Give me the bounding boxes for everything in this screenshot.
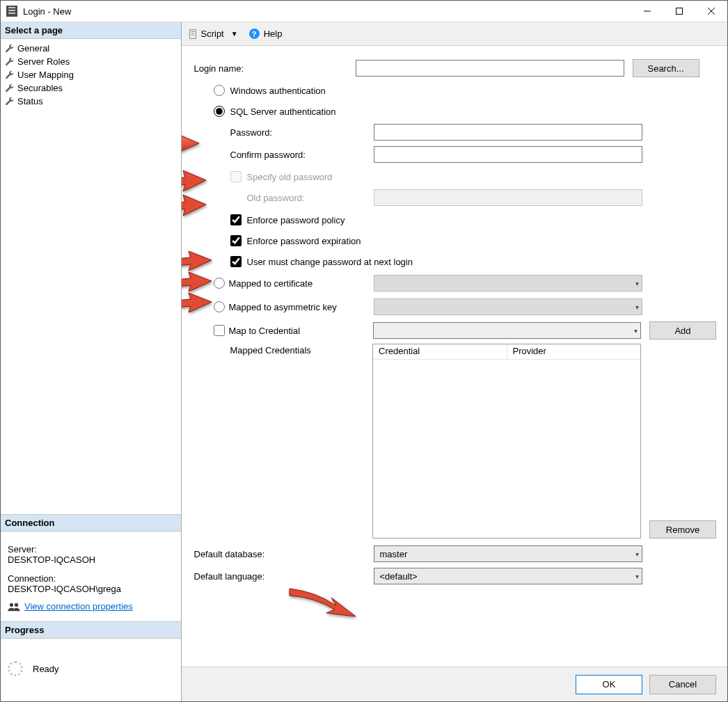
mapped-cert-label: Mapped to certificate [229, 278, 313, 289]
people-icon [8, 602, 20, 612]
app-icon [6, 6, 17, 17]
progress-spinner-icon [8, 661, 23, 676]
must-change-checkbox[interactable] [230, 256, 242, 267]
page-list: General Server Roles User Mapping Secura… [1, 39, 181, 111]
annotation-arrow-icon [286, 582, 363, 623]
password-label: Password: [194, 127, 356, 138]
default-language-value: <default> [377, 571, 635, 582]
svg-point-5 [15, 603, 18, 606]
progress-status: Ready [33, 664, 59, 674]
connection-body: Server: DESKTOP-IQCASOH Connection: DESK… [1, 532, 181, 621]
windows-auth-radio[interactable] [214, 85, 225, 96]
sql-auth-label: SQL Server authentication [230, 106, 336, 117]
login-name-label: Login name: [194, 63, 356, 74]
svg-rect-6 [189, 29, 196, 38]
page-item-server-roles[interactable]: Server Roles [1, 55, 181, 68]
select-page-header: Select a page [1, 22, 181, 39]
connection-value: DESKTOP-IQCASOH\grega [8, 584, 174, 594]
toolbar: Script ▼ ? Help [182, 22, 728, 46]
password-input[interactable] [374, 124, 642, 141]
svg-rect-1 [676, 8, 683, 15]
page-item-general[interactable]: General [1, 42, 181, 55]
page-item-label: General [17, 43, 49, 54]
mapped-asym-radio[interactable] [214, 301, 225, 312]
server-value: DESKTOP-IQCASOH [8, 555, 174, 565]
must-change-label: User must change password at next login [247, 257, 413, 267]
titlebar: Login - New [1, 1, 727, 22]
mapped-credentials-table[interactable]: Credential Provider [372, 344, 641, 539]
chevron-down-icon: ▾ [635, 550, 639, 558]
maximize-button[interactable] [663, 1, 695, 22]
remove-button[interactable]: Remove [649, 520, 716, 539]
wrench-icon [5, 97, 15, 106]
page-item-label: Status [17, 96, 43, 106]
default-database-label: Default database: [194, 549, 356, 559]
page-item-label: Securables [17, 83, 63, 93]
login-new-window: Login - New Select a page General Server… [0, 0, 728, 702]
wrench-icon [5, 44, 15, 54]
enforce-expiration-checkbox[interactable] [230, 235, 242, 246]
dialog-footer: OK Cancel [182, 667, 728, 701]
chevron-down-icon: ▾ [635, 303, 639, 311]
old-password-label: Old password: [194, 193, 356, 203]
windows-auth-label: Windows authentication [230, 86, 326, 96]
left-panel: Select a page General Server Roles User … [1, 22, 182, 701]
mapped-credentials-label: Mapped Credentials [194, 344, 355, 356]
form-area: Login name: Search... Windows authentica… [182, 46, 728, 667]
default-database-value: master [377, 549, 635, 559]
enforce-policy-checkbox[interactable] [230, 214, 242, 225]
close-button[interactable] [695, 1, 727, 22]
wrench-icon [5, 57, 15, 67]
script-icon [189, 29, 198, 39]
enforce-policy-label: Enforce password policy [247, 215, 345, 225]
old-password-input [374, 189, 642, 206]
progress-header: Progress [1, 622, 181, 639]
mapped-asym-combo: ▾ [374, 298, 642, 315]
page-item-label: Server Roles [17, 56, 70, 67]
map-to-credential-label: Map to Credential [229, 326, 301, 336]
mapped-cert-combo: ▾ [374, 275, 642, 292]
confirm-password-input[interactable] [374, 146, 642, 163]
mapped-cert-radio[interactable] [214, 278, 225, 289]
mapped-asym-label: Mapped to asymmetric key [229, 302, 337, 312]
script-dropdown-icon[interactable]: ▼ [227, 30, 242, 38]
specify-old-password-checkbox [230, 171, 242, 182]
enforce-expiration-label: Enforce password expiration [247, 236, 361, 246]
window-title: Login - New [23, 6, 71, 17]
map-to-credential-checkbox[interactable] [214, 325, 225, 336]
search-button[interactable]: Search... [633, 59, 699, 77]
col-provider: Provider [507, 344, 641, 359]
ok-button[interactable]: OK [576, 675, 642, 694]
view-connection-properties-link[interactable]: View connection properties [24, 601, 133, 612]
specify-old-password-label: Specify old password [247, 172, 333, 182]
help-icon: ? [249, 29, 260, 39]
chevron-down-icon: ▾ [635, 573, 639, 580]
page-item-user-mapping[interactable]: User Mapping [1, 68, 181, 81]
login-name-input[interactable] [356, 60, 624, 77]
connection-header: Connection [1, 515, 181, 532]
minimize-button[interactable] [631, 1, 663, 22]
right-panel: Script ▼ ? Help Login name: Search... Wi… [182, 22, 728, 701]
cancel-button[interactable]: Cancel [649, 675, 716, 694]
map-to-credential-combo[interactable]: ▾ [373, 322, 641, 339]
chevron-down-icon: ▾ [635, 280, 639, 287]
page-item-securables[interactable]: Securables [1, 81, 181, 95]
default-database-combo[interactable]: master ▾ [374, 545, 642, 562]
svg-point-4 [10, 603, 13, 606]
page-item-label: User Mapping [17, 70, 74, 80]
col-credential: Credential [373, 344, 507, 359]
table-header: Credential Provider [373, 344, 640, 360]
sql-auth-radio[interactable] [214, 106, 225, 117]
add-button[interactable]: Add [649, 321, 716, 340]
server-label: Server: [8, 544, 174, 555]
chevron-down-icon: ▾ [634, 327, 638, 335]
wrench-icon [5, 83, 15, 93]
default-language-label: Default language: [194, 571, 356, 582]
help-button[interactable]: Help [264, 29, 283, 39]
connection-label: Connection: [8, 573, 174, 584]
default-language-combo[interactable]: <default> ▾ [374, 568, 642, 584]
confirm-password-label: Confirm password: [194, 150, 356, 160]
page-item-status[interactable]: Status [1, 95, 181, 108]
script-button[interactable]: Script [201, 29, 224, 39]
wrench-icon [5, 70, 15, 80]
